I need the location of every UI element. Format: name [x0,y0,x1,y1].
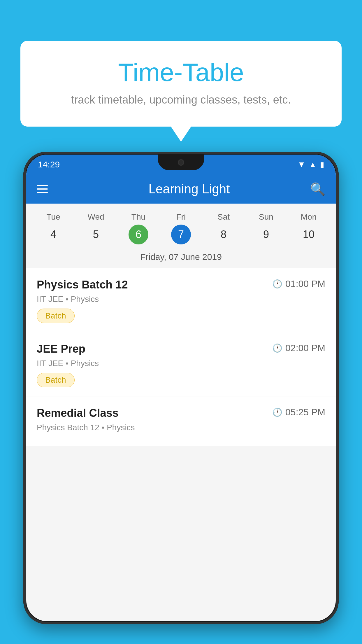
phone-body: 14:29 ▼ ▲ ▮ [23,152,339,624]
selected-date-label: Friday, 07 June 2019 [26,247,336,268]
day-col-tue[interactable]: Tue4 [32,212,74,244]
schedule-item-1[interactable]: JEE Prep🕐02:00 PMIIT JEE • PhysicsBatch [26,332,336,396]
clock-icon: 🕐 [272,407,282,417]
schedule-item-header: Remedial Class🕐05:25 PM [37,407,325,419]
day-col-wed[interactable]: Wed5 [75,212,117,244]
hamburger-menu-icon[interactable] [37,185,48,193]
schedule-item-header: Physics Batch 12🕐01:00 PM [37,279,325,291]
status-bar: 14:29 ▼ ▲ ▮ [26,155,336,174]
schedule-title: JEE Prep [37,343,85,355]
day-col-mon[interactable]: Mon10 [288,212,329,244]
day-label: Sun [259,212,273,222]
calendar-section: Tue4Wed5Thu6Fri7Sat8Sun9Mon10 Friday, 07… [26,204,336,268]
schedule-time: 🕐01:00 PM [272,279,325,289]
schedule-time: 🕐05:25 PM [272,407,325,418]
battery-icon: ▮ [320,160,324,169]
day-number: 7 [171,225,191,244]
notch [158,155,204,170]
hamburger-line-1 [37,185,48,186]
hero-subtitle: track timetable, upcoming classes, tests… [44,94,318,106]
schedule-title: Remedial Class [37,407,119,419]
hero-title: Time-Table [44,58,318,87]
schedule-item-0[interactable]: Physics Batch 12🕐01:00 PMIIT JEE • Physi… [26,268,336,332]
day-label: Tue [46,212,60,222]
batch-badge: Batch [37,373,75,387]
hamburger-line-3 [37,192,48,193]
day-number: 10 [299,225,319,244]
batch-badge: Batch [37,309,75,323]
schedule-subtitle: IIT JEE • Physics [37,359,325,368]
day-label: Mon [301,212,317,222]
day-label: Thu [131,212,145,222]
schedule-list: Physics Batch 12🕐01:00 PMIIT JEE • Physi… [26,268,336,446]
day-number: 5 [86,225,106,244]
day-label: Fri [176,212,186,222]
day-col-sun[interactable]: Sun9 [245,212,287,244]
camera [178,159,184,166]
status-time: 14:29 [38,160,60,169]
clock-icon: 🕐 [272,343,282,353]
day-number: 4 [43,225,63,244]
signal-icon: ▲ [309,160,317,169]
phone-wrapper: 14:29 ▼ ▲ ▮ [23,152,339,644]
schedule-subtitle: Physics Batch 12 • Physics [37,423,325,432]
wifi-icon: ▼ [298,160,306,169]
day-number: 9 [256,225,276,244]
speech-bubble: Time-Table track timetable, upcoming cla… [20,41,342,127]
app-bar: Learning Light 🔍 [26,174,336,204]
day-col-sat[interactable]: Sat8 [203,212,244,244]
days-row: Tue4Wed5Thu6Fri7Sat8Sun9Mon10 [26,209,336,247]
day-number: 8 [214,225,233,244]
status-icons: ▼ ▲ ▮ [298,160,324,169]
phone-screen: 14:29 ▼ ▲ ▮ [26,155,336,621]
schedule-subtitle: IIT JEE • Physics [37,295,325,304]
hamburger-line-2 [37,188,48,190]
day-label: Wed [87,212,104,222]
schedule-item-header: JEE Prep🕐02:00 PM [37,343,325,355]
schedule-item-2[interactable]: Remedial Class🕐05:25 PMPhysics Batch 12 … [26,396,336,446]
schedule-time: 🕐02:00 PM [272,343,325,354]
day-col-fri[interactable]: Fri7 [160,212,202,244]
day-number: 6 [129,225,148,244]
day-col-thu[interactable]: Thu6 [117,212,159,244]
schedule-title: Physics Batch 12 [37,279,128,291]
search-icon[interactable]: 🔍 [310,182,325,196]
speech-bubble-wrapper: Time-Table track timetable, upcoming cla… [20,41,342,127]
app-title: Learning Light [57,182,321,196]
clock-icon: 🕐 [272,279,282,289]
day-label: Sat [217,212,230,222]
